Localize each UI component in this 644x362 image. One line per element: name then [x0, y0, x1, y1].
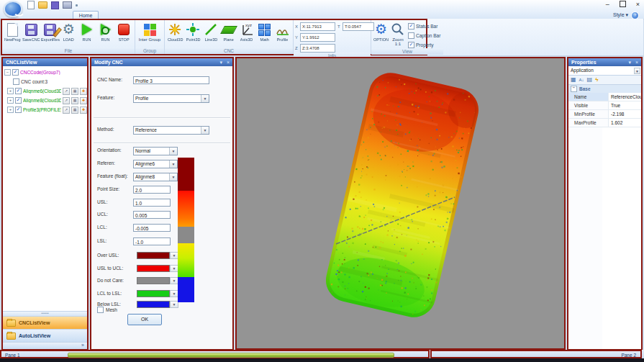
- checkbox-icon[interactable]: [15, 107, 22, 113]
- property-pages-icon[interactable]: ▤: [587, 76, 593, 83]
- z-coordinate-field[interactable]: Z:3.4708: [300, 44, 335, 53]
- statusbar-checkbox[interactable]: Status Bar: [408, 23, 440, 30]
- add-icon[interactable]: ✚: [80, 107, 87, 114]
- tree-item-cnccode[interactable]: − CNCCode(Group7): [3, 68, 87, 77]
- prop-row-name[interactable]: NameReferenceCloud: [568, 93, 641, 101]
- reference-select[interactable]: Alignme6▼: [133, 160, 178, 168]
- checkbox-icon[interactable]: [15, 88, 22, 94]
- zoom-button[interactable]: Zoom 1:1: [389, 21, 407, 46]
- intergroup-button[interactable]: Inter Group: [137, 21, 163, 42]
- point-size-input[interactable]: 2.0: [133, 186, 171, 194]
- nav-splitter[interactable]: ••••••: [3, 311, 87, 316]
- restore-button[interactable]: [620, 1, 626, 7]
- load-button[interactable]: ⚙LOAD: [60, 21, 78, 42]
- 3d-viewport[interactable]: [235, 57, 566, 350]
- exportres-button[interactable]: ExportRes: [41, 21, 60, 42]
- ok-button[interactable]: OK: [127, 314, 162, 325]
- nav-autolistview[interactable]: AutoListView: [3, 329, 87, 342]
- add-icon[interactable]: ✚: [80, 97, 87, 104]
- do-not-care-swatch[interactable]: [137, 277, 170, 284]
- new-document-icon: [5, 22, 21, 37]
- ucl-input[interactable]: 0.005: [133, 211, 171, 219]
- savecnc-button[interactable]: SaveCNC: [22, 21, 41, 42]
- tree-item-alignme8[interactable]: + Alignme8(Cloud3D) ↗▦✚: [3, 96, 87, 105]
- add-icon[interactable]: ✚: [80, 88, 87, 95]
- plane-button[interactable]: Plane: [220, 21, 238, 42]
- edit-icon[interactable]: ↗: [63, 88, 70, 95]
- properties-panel: Properties ▾ × Application▼ ▦ A↓ ▤ ϟ −Ba…: [567, 57, 643, 350]
- pin-icon[interactable]: ▾: [628, 58, 631, 66]
- tree-item-profile3[interactable]: + Profile3(PROFILE) ↗▦✚: [3, 105, 87, 114]
- phone-point-cloud[interactable]: [324, 71, 499, 324]
- close-icon[interactable]: ×: [227, 58, 230, 66]
- nav-cnclistview[interactable]: CNCListView: [3, 316, 87, 329]
- mesh-checkbox[interactable]: Mesh: [97, 307, 117, 313]
- save-icon[interactable]: [51, 1, 59, 9]
- t-coordinate-field[interactable]: T:0.0547: [343, 22, 374, 31]
- prop-row-minprofile[interactable]: MinProfile-2.198: [568, 110, 641, 119]
- over-usl-swatch[interactable]: [137, 252, 170, 259]
- run-button[interactable]: RUN: [78, 21, 96, 42]
- category-base[interactable]: −Base: [568, 85, 641, 93]
- checkbox-icon[interactable]: [15, 97, 22, 104]
- prop-row-maxprofile[interactable]: MaxProfile1.602: [568, 119, 641, 127]
- expander-icon[interactable]: −: [4, 69, 11, 76]
- nav-overflow-chevron[interactable]: »: [3, 342, 87, 349]
- cnc-name-input[interactable]: Profile 3: [133, 76, 209, 84]
- expander-icon[interactable]: +: [7, 107, 14, 113]
- tree-item-cnccount[interactable]: CNC count:3: [3, 77, 87, 86]
- orientation-select[interactable]: Normal▼: [133, 147, 178, 155]
- y-coordinate-field[interactable]: Y:1.9912: [300, 33, 335, 42]
- run-circle-button[interactable]: RUN: [96, 21, 115, 42]
- close-icon[interactable]: ×: [635, 58, 638, 66]
- lightning-icon[interactable]: ϟ: [595, 76, 598, 83]
- expander-icon[interactable]: +: [7, 88, 14, 94]
- property-checkbox[interactable]: Property: [408, 42, 440, 48]
- close-button[interactable]: ×: [636, 1, 640, 8]
- prop-row-visible[interactable]: VisibleTrue: [568, 101, 641, 110]
- option-button[interactable]: ⚙OPTION: [373, 21, 389, 42]
- point3d-button[interactable]: Point3D: [184, 21, 202, 42]
- new-document-icon[interactable]: [27, 1, 35, 9]
- sort-az-icon[interactable]: A↓: [579, 76, 584, 83]
- math-button[interactable]: Math: [255, 21, 273, 42]
- collapse-icon[interactable]: −: [571, 86, 577, 92]
- checkbox-icon[interactable]: [12, 69, 19, 76]
- grid-icon[interactable]: ▦: [71, 107, 78, 114]
- app-menu-orb[interactable]: [4, 1, 22, 17]
- lsl-input[interactable]: -1.0: [133, 237, 171, 245]
- checkbox-icon[interactable]: [13, 78, 19, 85]
- lcl-input[interactable]: -0.005: [133, 224, 171, 232]
- below-lsl-swatch[interactable]: [137, 301, 170, 308]
- profile-button[interactable]: Profile: [273, 21, 291, 42]
- tree-item-alignme6[interactable]: + Alignme6(Cloud3D) ↗▦✚: [3, 86, 87, 96]
- line3d-button[interactable]: Line3D: [202, 21, 220, 42]
- captionbar-checkbox[interactable]: Caption Bar: [408, 32, 440, 39]
- feature-float-select[interactable]: Alignme8▼: [133, 173, 178, 181]
- pin-icon[interactable]: ▾: [219, 58, 222, 66]
- feature-select[interactable]: Profile▼: [133, 94, 209, 103]
- print-icon[interactable]: [63, 1, 72, 9]
- method-select[interactable]: Reference▼: [133, 126, 209, 135]
- usl-input[interactable]: 1.0: [133, 199, 171, 207]
- edit-icon[interactable]: ↗: [63, 107, 70, 114]
- lcl-lsl-swatch[interactable]: [137, 290, 170, 297]
- folder-icon: [6, 320, 16, 327]
- stop-button[interactable]: STOP: [114, 21, 133, 42]
- minimize-button[interactable]: –: [606, 1, 609, 8]
- application-selector[interactable]: Application▼: [568, 66, 641, 76]
- starburst-icon: [167, 22, 183, 37]
- edit-icon[interactable]: ↗: [63, 97, 70, 104]
- open-folder-icon[interactable]: [38, 1, 47, 9]
- qat-dropdown-icon[interactable]: [76, 4, 78, 6]
- axis3d-button[interactable]: xyz Axis3D: [237, 21, 255, 42]
- x-coordinate-field[interactable]: X:11.7913: [300, 22, 335, 31]
- cloud3d-button[interactable]: Cloud3D: [166, 21, 184, 42]
- grid-icon[interactable]: ▦: [71, 88, 78, 95]
- style-selector[interactable]: Style ▾: [613, 12, 628, 19]
- categorized-icon[interactable]: ▦: [571, 76, 576, 83]
- newprog-button[interactable]: NewProg: [4, 21, 22, 42]
- expander-icon[interactable]: +: [7, 97, 14, 104]
- usl-ucl-swatch[interactable]: [137, 265, 170, 272]
- grid-icon[interactable]: ▦: [71, 97, 78, 104]
